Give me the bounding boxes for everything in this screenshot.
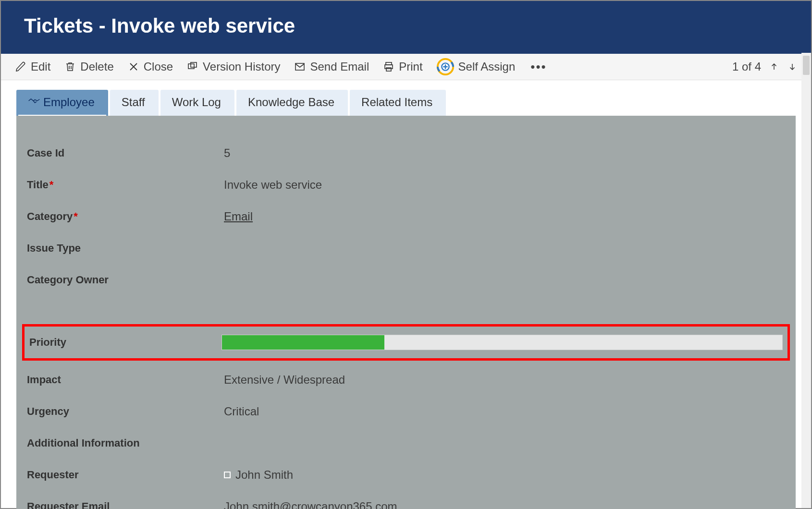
close-button[interactable]: Close xyxy=(127,60,173,73)
label-requester: Requester xyxy=(27,469,224,481)
required-marker: * xyxy=(49,179,54,191)
value-urgency: Critical xyxy=(224,405,785,418)
self-assign-button[interactable]: Self Assign xyxy=(436,58,516,76)
tab-knowledge-base-label: Knowledge Base xyxy=(248,96,334,109)
tab-staff[interactable]: Staff xyxy=(110,90,159,116)
value-impact: Extensive / Widespread xyxy=(224,373,785,387)
svg-rect-5 xyxy=(386,68,391,71)
more-actions-button[interactable]: ••• xyxy=(530,60,546,74)
priority-highlight-box: Priority xyxy=(22,324,790,361)
close-icon xyxy=(127,61,140,73)
tab-work-log[interactable]: Work Log xyxy=(160,90,234,116)
value-title: Invoke web service xyxy=(224,178,785,192)
trash-icon xyxy=(64,61,76,73)
label-urgency: Urgency xyxy=(27,405,224,418)
tab-knowledge-base[interactable]: Knowledge Base xyxy=(236,90,348,116)
pager-next-button[interactable] xyxy=(787,61,798,73)
scrollbar-thumb[interactable] xyxy=(803,56,810,75)
tab-employee[interactable]: Employee xyxy=(16,90,108,116)
self-assign-label: Self Assign xyxy=(458,60,516,73)
label-requester-email: Requester Email xyxy=(27,500,224,509)
edit-label: Edit xyxy=(31,60,50,73)
print-button[interactable]: Print xyxy=(382,60,422,73)
label-category-owner: Category Owner xyxy=(27,274,224,286)
print-icon xyxy=(382,61,395,73)
field-requester: Requester John Smith xyxy=(27,462,785,487)
priority-bar-fill xyxy=(222,335,384,350)
label-impact: Impact xyxy=(27,374,224,386)
field-priority: Priority xyxy=(29,329,783,355)
field-additional-info: Additional Information xyxy=(27,431,785,456)
field-title: Title* Invoke web service xyxy=(27,172,785,197)
tab-related-items-label: Related Items xyxy=(361,96,432,109)
print-label: Print xyxy=(399,60,422,73)
label-title: Title* xyxy=(27,179,224,191)
pencil-icon xyxy=(14,61,27,73)
value-requester-email: John.smith@crowcanyon365.com xyxy=(224,500,785,509)
value-requester: John Smith xyxy=(224,468,785,482)
label-category: Category* xyxy=(27,210,224,223)
tab-staff-label: Staff xyxy=(122,96,145,109)
field-impact: Impact Extensive / Widespread xyxy=(27,367,785,392)
handshake-icon xyxy=(28,96,40,109)
send-email-button[interactable]: Send Email xyxy=(294,60,369,73)
edit-button[interactable]: Edit xyxy=(14,60,50,73)
value-category-link[interactable]: Email xyxy=(224,210,785,223)
version-history-button[interactable]: Version History xyxy=(186,60,280,73)
action-toolbar: Edit Delete Close Version History Send E xyxy=(1,54,811,80)
field-category: Category* Email xyxy=(27,204,785,229)
label-case-id: Case Id xyxy=(27,147,224,159)
field-case-id: Case Id 5 xyxy=(27,141,785,166)
self-assign-icon xyxy=(436,58,455,76)
send-email-label: Send Email xyxy=(310,60,369,73)
label-priority: Priority xyxy=(29,336,221,349)
svg-rect-1 xyxy=(191,62,197,67)
tab-related-items[interactable]: Related Items xyxy=(350,90,446,116)
label-additional-info: Additional Information xyxy=(27,437,224,449)
page-header: Tickets - Invoke web service xyxy=(1,1,811,54)
field-urgency: Urgency Critical xyxy=(27,399,785,424)
presence-indicator-icon xyxy=(224,472,231,478)
requester-name[interactable]: John Smith xyxy=(235,468,293,482)
tab-strip: Employee Staff Work Log Knowledge Base R… xyxy=(16,90,796,116)
page-title: Tickets - Invoke web service xyxy=(24,14,788,37)
form-panel-employee: Case Id 5 Title* Invoke web service Cate… xyxy=(16,116,796,509)
svg-rect-0 xyxy=(188,64,194,69)
field-requester-email: Requester Email John.smith@crowcanyon365… xyxy=(27,494,785,509)
field-issue-type: Issue Type xyxy=(27,236,785,261)
priority-bar xyxy=(221,335,783,350)
value-case-id: 5 xyxy=(224,146,785,160)
tab-work-log-label: Work Log xyxy=(172,96,221,109)
version-history-label: Version History xyxy=(203,60,280,73)
record-pager: 1 of 4 xyxy=(732,60,798,73)
version-history-icon xyxy=(186,61,199,73)
mail-icon xyxy=(294,61,306,73)
required-marker: * xyxy=(74,210,78,222)
delete-button[interactable]: Delete xyxy=(64,60,113,73)
label-issue-type: Issue Type xyxy=(27,242,224,254)
close-label: Close xyxy=(144,60,173,73)
pager-prev-button[interactable] xyxy=(769,61,779,73)
pager-text: 1 of 4 xyxy=(732,60,761,73)
field-category-owner: Category Owner xyxy=(27,267,785,292)
tab-employee-label: Employee xyxy=(43,96,95,109)
delete-label: Delete xyxy=(80,60,113,73)
